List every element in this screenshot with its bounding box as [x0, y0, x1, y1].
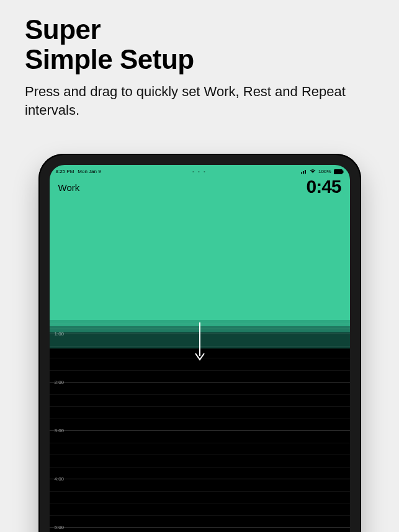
ruler-tick-label: 5:00: [55, 525, 65, 530]
device-frame: 8:25 PM Mon Jan 9 • • • 100%: [38, 154, 361, 532]
timer-value: 0:45: [306, 176, 341, 197]
statusbar-date: Mon Jan 9: [78, 169, 101, 174]
ruler-tick-major: [50, 382, 350, 383]
work-interval-area[interactable]: 8:25 PM Mon Jan 9 • • • 100%: [50, 165, 350, 320]
svg-rect-0: [301, 172, 302, 174]
ruler-tick-minor: [50, 515, 350, 516]
statusbar-battery-pct: 100%: [318, 169, 331, 174]
signal-icon: [301, 169, 307, 174]
ruler-tick-minor: [50, 394, 350, 395]
ruler-tick-label: 3:00: [55, 428, 65, 433]
drag-arrow-icon: [194, 321, 206, 361]
promo-headline-line1: Super: [25, 15, 374, 45]
ruler-tick-label: 1:00: [55, 331, 65, 337]
battery-icon: [334, 169, 344, 174]
ruler-tick-minor: [50, 443, 350, 443]
svg-rect-1: [303, 171, 304, 174]
ruler-tick-major: [50, 430, 350, 431]
ruler-tick-major: [50, 527, 350, 528]
mode-label: Work: [58, 182, 80, 193]
status-bar: 8:25 PM Mon Jan 9 • • • 100%: [50, 165, 350, 176]
svg-rect-2: [305, 170, 306, 174]
ruler-tick-minor: [50, 370, 350, 371]
ruler-tick-minor: [50, 419, 350, 419]
wifi-icon: [310, 169, 316, 174]
statusbar-time: 8:25 PM: [56, 169, 74, 174]
ruler-tick-minor: [50, 467, 350, 468]
promo-subhead: Press and drag to quickly set Work, Rest…: [0, 78, 399, 119]
promo-headline: Super Simple Setup: [0, 0, 399, 78]
svg-rect-3: [334, 169, 343, 174]
ruler-tick-minor: [50, 503, 350, 503]
device-screen[interactable]: 8:25 PM Mon Jan 9 • • • 100%: [50, 165, 350, 532]
ruler-tick-minor: [50, 454, 350, 455]
ruler-tick-label: 4:00: [55, 476, 65, 482]
ruler-tick-minor: [50, 406, 350, 407]
ruler-tick-minor: [50, 491, 350, 492]
statusbar-multitask-dots: • • •: [192, 169, 207, 174]
svg-rect-4: [343, 171, 344, 173]
promo-headline-line2: Simple Setup: [25, 45, 374, 74]
ruler-tick-major: [50, 479, 350, 479]
ruler-tick-label: 2:00: [55, 379, 65, 385]
